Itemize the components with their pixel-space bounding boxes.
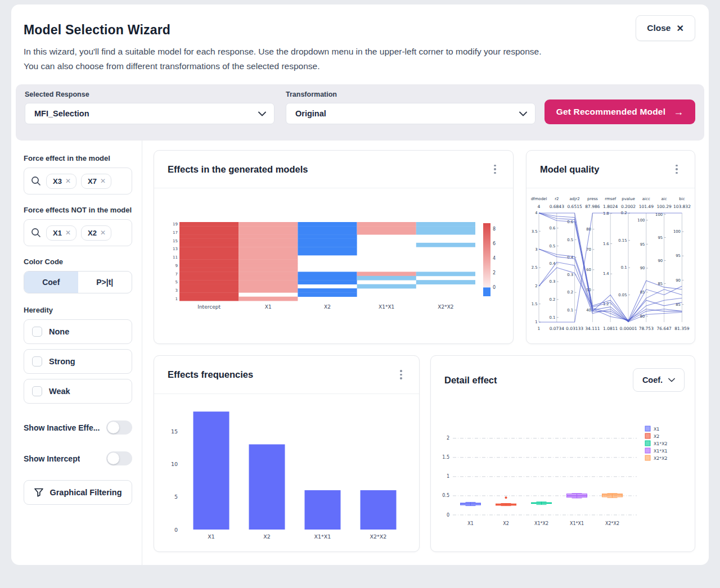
chip-remove-icon[interactable]: ✕ (100, 177, 106, 185)
show-intercept-toggle[interactable] (106, 451, 132, 465)
chip-x3[interactable]: X3✕ (46, 174, 76, 189)
svg-text:2: 2 (493, 270, 496, 275)
svg-text:0.15: 0.15 (618, 238, 627, 243)
svg-text:4: 4 (535, 211, 537, 215)
show-inactive-effects-toggle[interactable] (106, 420, 132, 435)
svg-text:0.03133: 0.03133 (566, 326, 583, 331)
chip-x1[interactable]: X1✕ (46, 225, 76, 241)
heredity-option-none[interactable]: None (24, 319, 132, 344)
toggle-knob (107, 453, 119, 464)
svg-text:5: 5 (176, 280, 178, 284)
svg-text:0.6: 0.6 (549, 226, 555, 230)
model-quality-parallel-chart[interactable]: dfmodel4143.532.521.51r20.68430.07340.60… (530, 195, 692, 337)
effects-heatmap-chart[interactable]: 191715131197531InterceptX1X2X1*X1X2*X286… (165, 218, 502, 314)
heredity-option-strong[interactable]: Strong (24, 349, 132, 374)
effects-frequencies-bar-chart[interactable]: 051015X1X2X1*X1X2*X2 (163, 399, 411, 546)
svg-text:8: 8 (493, 227, 496, 232)
svg-text:78.753: 78.753 (638, 326, 653, 331)
color-code-label: Color Code (24, 257, 132, 266)
effects-in-models-title: Effects in the generated models (168, 164, 308, 175)
svg-text:6: 6 (493, 241, 496, 246)
svg-text:17: 17 (173, 230, 178, 235)
kebab-menu-icon[interactable] (487, 161, 503, 177)
svg-text:0.2: 0.2 (567, 290, 573, 295)
svg-text:10: 10 (170, 461, 177, 467)
svg-text:pvalue: pvalue (622, 197, 635, 201)
svg-text:81.359: 81.359 (674, 326, 689, 331)
svg-text:0.05: 0.05 (618, 293, 627, 297)
color-code-segmented-control: Coef P>|t| (24, 271, 132, 293)
svg-text:X1*X1: X1*X1 (569, 521, 583, 526)
svg-text:X1*X2: X1*X2 (654, 441, 668, 446)
model-quality-card: Model quality dfmodel4143.532.521.51r20.… (526, 150, 695, 344)
selected-response-dropdown[interactable]: MFI_Selection (25, 103, 274, 124)
close-icon: ✕ (676, 23, 683, 34)
svg-text:1.6: 1.6 (602, 242, 609, 246)
heredity-option-weak[interactable]: Weak (24, 379, 132, 404)
svg-text:40: 40 (586, 308, 591, 313)
svg-text:X2: X2 (263, 533, 271, 540)
checkbox-icon[interactable] (32, 356, 42, 367)
svg-text:19: 19 (173, 222, 178, 227)
checkbox-icon[interactable] (32, 327, 42, 337)
svg-text:press: press (587, 197, 598, 201)
svg-text:5: 5 (174, 494, 177, 500)
show-intercept-row: Show Intercept (24, 451, 132, 465)
force-in-input[interactable]: X3✕ X7✕ (24, 168, 132, 195)
kebab-menu-icon[interactable] (393, 367, 409, 383)
svg-text:100.29: 100.29 (656, 204, 671, 209)
detail-effect-card: Detail effect Coef. 00.511.52X1X2X1*X2X1… (430, 355, 695, 552)
svg-text:0: 0 (493, 285, 496, 290)
svg-text:0.1: 0.1 (549, 315, 555, 320)
svg-text:1: 1 (535, 320, 537, 324)
svg-text:X1: X1 (467, 521, 474, 526)
force-out-input[interactable]: X1✕ X2✕ (24, 219, 132, 246)
transformation-dropdown[interactable]: Original (286, 103, 536, 124)
svg-text:95: 95 (676, 254, 681, 258)
filters-sidebar: Force effect in the model X3✕ X7✕ Force … (11, 141, 142, 565)
svg-text:95: 95 (640, 242, 645, 247)
svg-text:1.4: 1.4 (602, 272, 609, 276)
svg-text:X1: X1 (208, 533, 215, 540)
kebab-menu-icon[interactable] (669, 161, 685, 177)
model-quality-title: Model quality (540, 164, 599, 175)
svg-text:3: 3 (176, 288, 178, 293)
color-code-option-coef[interactable]: Coef (24, 272, 78, 293)
effects-in-models-card: Effects in the generated models 19171513… (154, 150, 514, 344)
transformation-label: Transformation (286, 91, 536, 98)
svg-text:76.647: 76.647 (656, 326, 671, 331)
force-in-label: Force effect in the model (24, 154, 132, 162)
get-recommended-model-button[interactable]: Get Recommended Model → (544, 99, 695, 124)
chip-x2[interactable]: X2✕ (81, 225, 111, 241)
chip-remove-icon[interactable]: ✕ (100, 229, 106, 237)
svg-text:103.832: 103.832 (673, 204, 690, 209)
chip-remove-icon[interactable]: ✕ (65, 177, 71, 185)
svg-text:7: 7 (176, 272, 178, 277)
force-out-label: Force effects NOT in the model (24, 206, 132, 214)
effects-frequencies-card: Effects frequencies 051015X1X2X1*X1X2*X2 (154, 355, 420, 552)
close-button[interactable]: Close ✕ (636, 15, 695, 41)
svg-text:9: 9 (176, 264, 178, 268)
svg-text:2: 2 (446, 436, 449, 441)
selected-response-field: Selected Response MFI_Selection (25, 91, 274, 124)
svg-text:X1*X1: X1*X1 (379, 304, 394, 310)
svg-text:0: 0 (446, 513, 449, 518)
chip-remove-icon[interactable]: ✕ (65, 229, 71, 237)
color-code-option-pvalue[interactable]: P>|t| (78, 272, 132, 293)
chip-x7[interactable]: X7✕ (81, 174, 111, 189)
svg-text:X1*X1: X1*X1 (654, 449, 668, 454)
detail-effect-box-chart[interactable]: 00.511.52X1X2X1*X2X1*X1X2*X2X1X2X1*X2X1*… (436, 418, 690, 537)
graphical-filtering-button[interactable]: Graphical Filtering (24, 480, 132, 505)
checkbox-icon[interactable] (32, 386, 42, 396)
svg-text:87.986: 87.986 (585, 204, 600, 209)
svg-text:adjr2: adjr2 (569, 197, 579, 201)
show-inactive-effects-row: Show Inactive Effe... (24, 420, 132, 435)
svg-text:dfmodel: dfmodel (530, 197, 547, 201)
svg-text:X2: X2 (503, 521, 509, 526)
svg-text:X2: X2 (324, 304, 331, 310)
svg-text:0.2: 0.2 (549, 297, 555, 302)
detail-effect-metric-dropdown[interactable]: Coef. (633, 368, 685, 392)
svg-text:13: 13 (173, 247, 178, 251)
arrow-right-icon: → (673, 106, 683, 118)
page-title: Model Selection Wizard (24, 22, 695, 38)
